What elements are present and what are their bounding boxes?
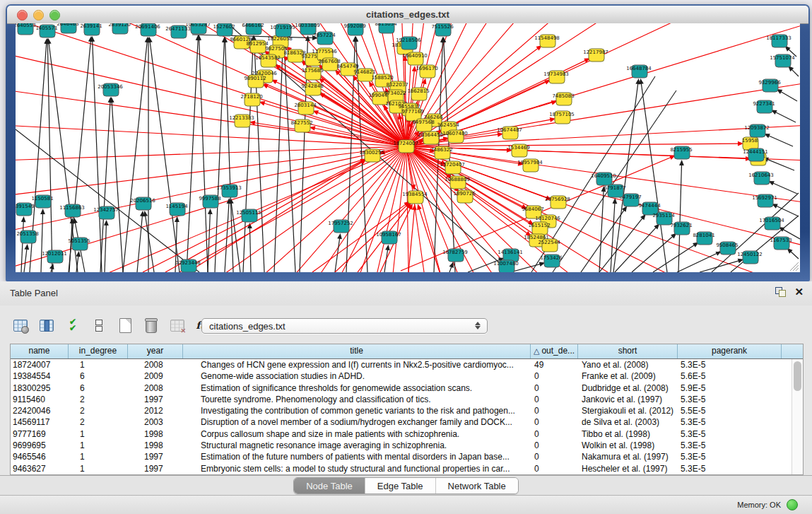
table-row[interactable]: 1938455462009Genome-wide association stu…	[11, 370, 792, 382]
table-cell[interactable]: 5.3E-5	[678, 463, 782, 474]
column-header-name[interactable]: name	[11, 344, 69, 358]
resize-grip[interactable]	[793, 265, 799, 271]
table-cell[interactable]: 2009	[128, 370, 183, 382]
table-cell[interactable]: 2	[69, 416, 128, 428]
table-row[interactable]: 1830029562008Estimation of significance …	[11, 382, 792, 394]
table-cell[interactable]: Yano et al. (2008)	[578, 359, 678, 370]
table-cell[interactable]: 1998	[128, 440, 183, 451]
table-cell[interactable]: 9777169	[11, 428, 69, 440]
table-cell[interactable]: 0	[531, 463, 578, 474]
table-cell[interactable]: 5.3E-5	[678, 416, 782, 428]
table-cell[interactable]: Stergiakouli et al. (2012)	[578, 405, 678, 416]
new-table-icon[interactable]	[116, 316, 134, 334]
table-cell[interactable]: Investigating the contribution of common…	[183, 405, 531, 416]
table-row[interactable]: 1872400712008Changes of HCN gene express…	[11, 359, 792, 370]
tab-network-table[interactable]: Network Table	[435, 478, 518, 493]
table-cell[interactable]: de Silva et al. (2003)	[578, 416, 678, 428]
table-cell[interactable]: 0	[531, 440, 578, 451]
table-row[interactable]: 911546021997Tourette syndrome. Phenomeno…	[11, 394, 792, 405]
table-cell[interactable]: 2	[69, 405, 128, 416]
column-header-pagerank[interactable]: pagerank	[678, 344, 782, 358]
table-cell[interactable]: 1	[69, 451, 128, 462]
table-cell[interactable]: 9115460	[11, 394, 69, 405]
table-cell[interactable]: Jankovic et al. (1997)	[578, 394, 678, 405]
table-cell[interactable]: 5.3E-5	[678, 359, 782, 370]
table-cell[interactable]: Embryonic stem cells: a model to study s…	[183, 463, 531, 474]
table-cell[interactable]: 5.3E-5	[678, 394, 782, 405]
table-cell[interactable]: 2008	[128, 382, 183, 394]
column-header-in_degree[interactable]: in_degree	[69, 344, 128, 358]
tab-edge-table[interactable]: Edge Table	[365, 478, 435, 493]
table-row[interactable]: 2242004622012Investigating the contribut…	[11, 405, 792, 416]
table-cell[interactable]: 6	[69, 382, 128, 394]
table-cell[interactable]: Corpus callosum shape and size in male p…	[183, 428, 531, 440]
table-cell[interactable]: 2003	[128, 416, 183, 428]
table-cell[interactable]: 1	[69, 428, 128, 440]
table-cell[interactable]: 6	[69, 370, 128, 382]
table-cell[interactable]: 1997	[128, 451, 183, 462]
resize-grip[interactable]	[796, 268, 799, 271]
table-cell[interactable]: Estimation of the future numbers of pati…	[183, 451, 531, 462]
table-cell[interactable]: 5.9E-5	[678, 382, 782, 394]
table-row[interactable]: 946362711997Embryonic stem cells: a mode…	[11, 463, 792, 474]
table-cell[interactable]: Nakamura et al. (1997)	[578, 451, 678, 462]
table-cell[interactable]: 2008	[128, 359, 183, 370]
show-column-icon[interactable]	[37, 316, 56, 334]
table-cell[interactable]: 1997	[128, 463, 183, 474]
table-cell[interactable]: 5.3E-5	[678, 451, 782, 462]
table-row[interactable]: 946554611997Estimation of the future num…	[11, 451, 792, 462]
column-header-title[interactable]: title	[183, 344, 531, 358]
import-table-icon[interactable]: ✕	[168, 316, 187, 334]
close-panel-icon[interactable]: ✕	[794, 286, 804, 297]
column-header-year[interactable]: year	[128, 344, 183, 358]
table-cell[interactable]: 0	[531, 394, 578, 405]
table-cell[interactable]: 0	[531, 416, 578, 428]
table-cell[interactable]: 1	[69, 359, 128, 370]
table-cell[interactable]: Hescheler et al. (1997)	[578, 463, 678, 474]
table-cell[interactable]: Changes of HCN gene expression and I(f) …	[183, 359, 531, 370]
table-cell[interactable]: Disruption of a novel member of a sodium…	[183, 416, 531, 428]
scrollbar-thumb[interactable]	[794, 361, 801, 391]
table-row[interactable]: 969969511998Structural magnetic resonanc…	[11, 440, 792, 451]
table-cell[interactable]: 18300295	[11, 382, 69, 394]
table-cell[interactable]: 9465546	[11, 451, 69, 462]
table-cell[interactable]: 22420046	[11, 405, 69, 416]
network-canvas[interactable]: 8660128891295418226058982750581863281654…	[16, 23, 800, 272]
float-panel-icon[interactable]	[775, 287, 787, 297]
select-rows-icon[interactable]: ✔✔	[64, 316, 82, 334]
table-cell[interactable]: 0	[531, 405, 578, 416]
delete-table-icon[interactable]	[142, 316, 160, 334]
window-titlebar[interactable]: citations_edges.txt	[7, 6, 808, 24]
table-cell[interactable]: 5.5E-5	[678, 405, 782, 416]
table-cell[interactable]: Estimation of significance thresholds fo…	[183, 382, 531, 394]
table-cell[interactable]: 5.6E-5	[678, 370, 782, 382]
table-cell[interactable]: Wolkin et al. (1998)	[578, 440, 678, 451]
table-cell[interactable]: 49	[531, 359, 578, 370]
table-row[interactable]: 977716911998Corpus callosum shape and si…	[11, 428, 792, 440]
column-header-out_de[interactable]: △out_de...	[531, 344, 578, 358]
table-cell[interactable]: 5.3E-5	[678, 428, 782, 440]
table-cell[interactable]: 2	[69, 394, 128, 405]
row-height-icon[interactable]	[90, 316, 108, 334]
table-cell[interactable]: 9463627	[11, 463, 69, 474]
table-cell[interactable]: 19384554	[11, 370, 69, 382]
table-cell[interactable]: 2012	[128, 405, 183, 416]
table-cell[interactable]: 0	[531, 382, 578, 394]
table-cell[interactable]: Tourette syndrome. Phenomenology and cla…	[183, 394, 531, 405]
table-cell[interactable]: 0	[531, 428, 578, 440]
tab-node-table[interactable]: Node Table	[294, 478, 365, 493]
table-cell[interactable]: 18724007	[11, 359, 69, 370]
table-cell[interactable]: Structural magnetic resonance image aver…	[183, 440, 531, 451]
table-cell[interactable]: 1	[69, 440, 128, 451]
table-cell[interactable]: Dudbridge et al. (2008)	[578, 382, 678, 394]
table-cell[interactable]: 5.3E-5	[678, 440, 782, 451]
table-cell[interactable]: 0	[531, 451, 578, 462]
table-selector-dropdown[interactable]: citations_edges.txt	[201, 318, 488, 334]
table-cell[interactable]: 14569117	[11, 416, 69, 428]
table-settings-icon[interactable]	[11, 316, 30, 334]
vertical-scrollbar[interactable]	[792, 359, 803, 474]
table-cell[interactable]: 1	[69, 463, 128, 474]
table-cell[interactable]: 1998	[128, 428, 183, 440]
table-cell[interactable]: 1997	[128, 394, 183, 405]
table-cell[interactable]: Genome-wide association studies in ADHD.	[183, 370, 531, 382]
